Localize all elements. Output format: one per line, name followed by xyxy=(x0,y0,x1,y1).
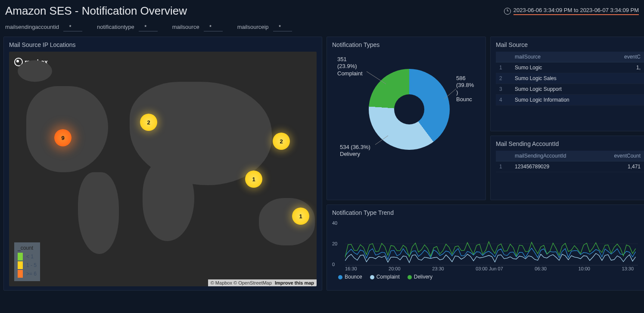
table-row[interactable]: 11234567890291,471 xyxy=(496,161,644,172)
filter-label: notificationtype xyxy=(97,24,134,30)
time-range-picker[interactable]: 2023-06-06 3:34:09 PM to 2023-06-07 3:34… xyxy=(504,7,639,15)
legend-dot-icon xyxy=(338,275,342,279)
filter-label: mailsource xyxy=(172,24,199,30)
filter-label: mailsourceip xyxy=(237,24,269,30)
filter-value[interactable]: * xyxy=(139,23,158,31)
svg-line-0 xyxy=(367,71,386,84)
panel-mail-source-ip-locations: Mail Source IP Locations mapbox 92211 _c… xyxy=(3,37,322,291)
map-marker[interactable]: 9 xyxy=(54,129,72,146)
legend-header: _count xyxy=(18,245,37,251)
legend-row: < 1 xyxy=(18,253,37,260)
map-legend: _count < 11 - 5>= 6 xyxy=(14,242,40,281)
x-tick: 23:30 xyxy=(432,266,444,271)
map-marker[interactable]: 2 xyxy=(273,133,290,150)
filter-mailsendingaccountid[interactable]: mailsendingaccountid * xyxy=(5,23,82,31)
svg-line-1 xyxy=(444,89,456,99)
panel-notification-type-trend: Notification Type Trend 40 20 0 16:30 20… xyxy=(327,205,644,291)
improve-map-link[interactable]: Improve this map xyxy=(275,280,314,285)
x-tick: 20:00 xyxy=(389,266,401,271)
table-row[interactable]: 1Sumo Logic 1, xyxy=(496,62,644,73)
mail-source-table: mailSource eventC 1Sumo Logic 1,2Sumo Lo… xyxy=(496,52,644,105)
x-tick: 10:00 xyxy=(578,266,590,271)
trend-chart[interactable] xyxy=(345,222,638,267)
legend-dot-icon xyxy=(370,275,374,279)
panel-mail-sending-accountid: Mail Sending AccountId mailSendingAccoun… xyxy=(490,136,644,200)
column-header[interactable]: eventCount xyxy=(596,151,644,161)
filter-notificationtype[interactable]: notificationtype * xyxy=(97,23,158,31)
x-tick: 16:30 xyxy=(345,266,357,271)
table-row[interactable]: 2Sumo Logic Sales xyxy=(496,73,644,84)
y-tick: 0 xyxy=(332,262,335,267)
x-tick: 06:30 xyxy=(535,266,547,271)
account-table: mailSendingAccountId eventCount 11234567… xyxy=(496,151,644,172)
world-map[interactable]: mapbox 92211 _count < 11 - 5>= 6 © Mapbo… xyxy=(9,52,317,286)
column-header[interactable]: eventC xyxy=(607,52,644,62)
y-tick: 40 xyxy=(332,220,337,226)
map-marker[interactable]: 2 xyxy=(140,114,157,131)
column-header[interactable]: mailSendingAccountId xyxy=(511,151,596,161)
filter-value[interactable]: * xyxy=(273,23,292,31)
map-marker[interactable]: 1 xyxy=(292,208,309,225)
x-tick: 13:30 xyxy=(622,266,634,271)
table-row[interactable]: 3Sumo Logic Support xyxy=(496,84,644,95)
panel-title: Mail Source IP Locations xyxy=(9,41,317,48)
trend-legend: Bounce Complaint Delivery xyxy=(338,274,432,280)
panel-title: Notification Types xyxy=(332,41,480,48)
page-title: Amazon SES - Notification Overview xyxy=(5,4,187,18)
legend-dot-icon xyxy=(408,275,412,279)
svg-line-2 xyxy=(375,136,388,145)
column-header[interactable]: mailSource xyxy=(511,52,607,62)
table-row[interactable]: 4Sumo Logic Information xyxy=(496,95,644,105)
filter-bar: mailsendingaccountid * notificationtype … xyxy=(0,20,644,37)
filter-mailsourceip[interactable]: mailsourceip * xyxy=(237,23,292,31)
filter-label: mailsendingaccountid xyxy=(5,24,59,30)
map-marker[interactable]: 1 xyxy=(245,170,262,188)
filter-value[interactable]: * xyxy=(63,23,82,31)
time-range-text: 2023-06-06 3:34:09 PM to 2023-06-07 3:34… xyxy=(513,7,639,15)
legend-row: >= 6 xyxy=(18,270,37,278)
filter-value[interactable]: * xyxy=(204,23,223,31)
panel-title: Notification Type Trend xyxy=(332,209,644,216)
panel-mail-source: Mail Source mailSource eventC 1Sumo Logi… xyxy=(490,37,644,131)
panel-title: Mail Sending AccountId xyxy=(496,140,644,147)
panel-notification-types: Notification Types 351 (23.9%) Complaint… xyxy=(327,37,486,200)
clock-icon xyxy=(504,8,511,15)
filter-mailsource[interactable]: mailsource * xyxy=(172,23,223,31)
legend-row: 1 - 5 xyxy=(18,261,37,269)
map-attribution: © Mapbox © OpenStreetMap Improve this ma… xyxy=(208,279,317,286)
y-tick: 20 xyxy=(332,241,337,246)
x-tick: 03:00 Jun 07 xyxy=(476,266,503,271)
panel-title: Mail Source xyxy=(496,41,644,48)
